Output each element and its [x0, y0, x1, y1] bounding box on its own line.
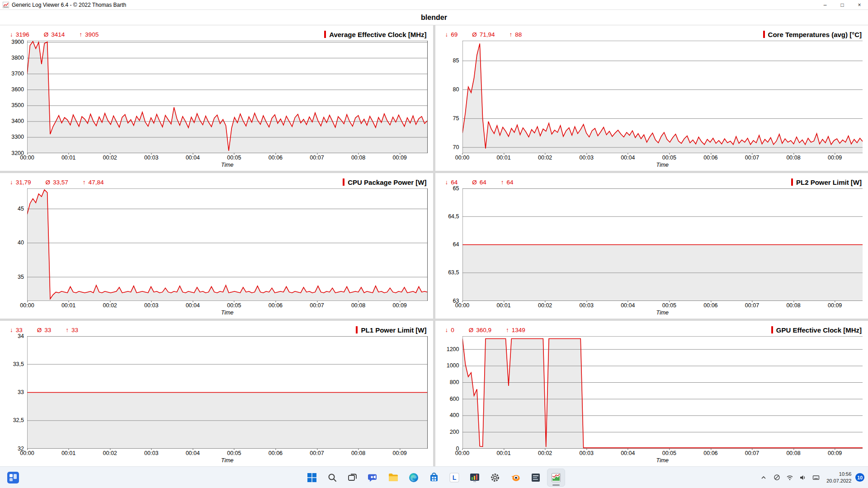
stat-min-value: 33 — [16, 327, 23, 333]
y-axis-labels: 32003300340035003600370038003900 — [4, 41, 27, 153]
l-app-icon[interactable]: L — [445, 469, 463, 487]
hidden-icons-chevron-icon[interactable] — [759, 471, 768, 484]
max-arrow-icon: ↑ — [66, 327, 69, 333]
stat-avg: Ø33 — [37, 327, 52, 333]
min-arrow-icon: ↓ — [445, 327, 448, 333]
chart-title-wrap: CPU Package Power [W] — [343, 178, 426, 186]
settings-gear-icon[interactable] — [486, 469, 504, 487]
taskbar-corner-left — [5, 467, 21, 488]
x-tick-label: 00:01 — [61, 155, 75, 161]
chart-title-wrap: GPU Effective Clock [MHz] — [771, 326, 862, 334]
x-tick-label: 00:07 — [745, 155, 759, 161]
y-tick-label: 80 — [453, 87, 459, 93]
system-tray: 10:56 20.07.2022 10 — [759, 467, 864, 488]
x-tick-label: 00:07 — [310, 450, 324, 456]
x-tick-label: 00:05 — [662, 303, 676, 309]
y-tick-label: 34 — [18, 333, 24, 339]
stat-min: ↓33 — [10, 327, 23, 333]
stat-max-value: 1349 — [512, 327, 525, 333]
x-axis-title: Time — [27, 309, 428, 317]
widgets-icon[interactable] — [5, 470, 21, 485]
minimize-button[interactable]: – — [816, 0, 834, 9]
log-title-header: blender — [0, 10, 868, 25]
log-name: blender — [421, 14, 447, 22]
generic-log-viewer-icon[interactable] — [547, 469, 565, 487]
blender-icon[interactable] — [506, 469, 524, 487]
chart-header: ↓69 Ø71,94 ↑88 Core Temperatures (avg) [… — [439, 27, 863, 41]
y-tick-label: 3400 — [11, 119, 24, 125]
y-axis-labels: 020040060080010001200 — [439, 336, 462, 449]
y-tick-label: 200 — [450, 429, 459, 435]
x-tick-label: 00:01 — [61, 303, 75, 309]
search-icon[interactable] — [323, 469, 341, 487]
window-controls: – □ × — [816, 0, 868, 9]
stat-min-value: 69 — [451, 31, 458, 38]
chart-panel-core-temperatures: ↓69 Ø71,94 ↑88 Core Temperatures (avg) [… — [435, 25, 868, 171]
chart-body: 020040060080010001200 00:0000:0100:0200:… — [439, 336, 863, 466]
y-tick-label: 3900 — [11, 39, 24, 45]
x-tick-label: 00:00 — [20, 155, 34, 161]
max-arrow-icon: ↑ — [501, 179, 504, 186]
taskbar-clock[interactable]: 10:56 20.07.2022 — [825, 471, 851, 484]
start-button[interactable] — [303, 469, 321, 487]
y-tick-label: 33 — [18, 389, 24, 395]
x-axis-title: Time — [27, 161, 428, 169]
chart-header: ↓0 Ø360,9 ↑1349 GPU Effective Clock [MHz… — [439, 323, 863, 336]
x-tick-label: 00:08 — [351, 450, 365, 456]
chart-title: Core Temperatures (avg) [°C] — [768, 31, 862, 38]
x-tick-label: 00:06 — [703, 303, 717, 309]
microsoft-store-icon[interactable] — [425, 469, 443, 487]
x-tick-label: 00:04 — [186, 450, 200, 456]
stat-avg-value: 71,94 — [480, 31, 495, 38]
chart-title: PL2 Power Limit [W] — [796, 178, 862, 186]
max-arrow-icon: ↑ — [509, 31, 513, 38]
y-tick-label: 3300 — [11, 135, 24, 141]
stat-min: ↓3196 — [10, 31, 29, 38]
clock-date: 20.07.2022 — [826, 478, 851, 484]
y-tick-label: 3600 — [11, 87, 24, 93]
volume-icon[interactable] — [798, 471, 807, 484]
x-axis-labels: 00:0000:0100:0200:0300:0400:0500:0600:07… — [462, 449, 863, 456]
max-arrow-icon: ↑ — [506, 327, 509, 333]
x-tick-label: 00:03 — [144, 303, 158, 309]
x-tick-label: 00:03 — [580, 303, 594, 309]
x-tick-label: 00:06 — [703, 450, 717, 456]
title-accent-bar — [356, 326, 358, 333]
chart-title-wrap: PL2 Power Limit [W] — [791, 178, 862, 186]
x-tick-label: 00:03 — [580, 155, 594, 161]
x-tick-label: 00:09 — [828, 450, 842, 456]
stat-min: ↓31,79 — [10, 179, 31, 186]
chart-title: PL1 Power Limit [W] — [361, 326, 426, 334]
chat-teams-icon[interactable] — [364, 469, 382, 487]
x-tick-label: 00:09 — [828, 155, 842, 161]
x-tick-label: 00:08 — [351, 303, 365, 309]
chart-plot — [27, 336, 428, 449]
min-arrow-icon: ↓ — [10, 179, 13, 186]
chart-header: ↓64 Ø64 ↑64 PL2 Power Limit [W] — [439, 175, 863, 188]
y-tick-label: 3800 — [11, 55, 24, 61]
touch-keyboard-icon[interactable] — [811, 471, 821, 484]
hardware-monitor-icon[interactable] — [466, 469, 484, 487]
avg-symbol-icon: Ø — [37, 327, 42, 333]
x-axis-labels: 00:0000:0100:0200:0300:0400:0500:0600:07… — [462, 301, 863, 309]
notification-count-badge[interactable]: 10 — [855, 473, 864, 482]
x-axis-labels: 00:0000:0100:0200:0300:0400:0500:0600:07… — [27, 301, 428, 309]
maximize-button[interactable]: □ — [834, 0, 851, 9]
edge-browser-icon[interactable] — [405, 469, 423, 487]
window-titlebar[interactable]: Generic Log Viewer 6.4 - © 2022 Thomas B… — [0, 0, 868, 10]
x-tick-label: 00:06 — [703, 155, 717, 161]
system-info-icon[interactable] — [527, 469, 545, 487]
file-explorer-icon[interactable] — [384, 469, 402, 487]
y-tick-label: 3700 — [11, 71, 24, 77]
clock-time: 10:56 — [826, 471, 851, 478]
chart-stats: ↓69 Ø71,94 ↑88 — [445, 31, 522, 38]
min-arrow-icon: ↓ — [445, 31, 448, 38]
task-view-icon[interactable] — [344, 469, 362, 487]
x-tick-label: 00:00 — [455, 450, 469, 456]
x-tick-label: 00:04 — [621, 155, 635, 161]
do-not-disturb-icon[interactable] — [772, 471, 781, 484]
y-tick-label: 32,5 — [13, 418, 24, 424]
close-button[interactable]: × — [851, 0, 868, 9]
stat-max: ↑1349 — [506, 327, 525, 333]
wifi-icon[interactable] — [785, 471, 794, 484]
